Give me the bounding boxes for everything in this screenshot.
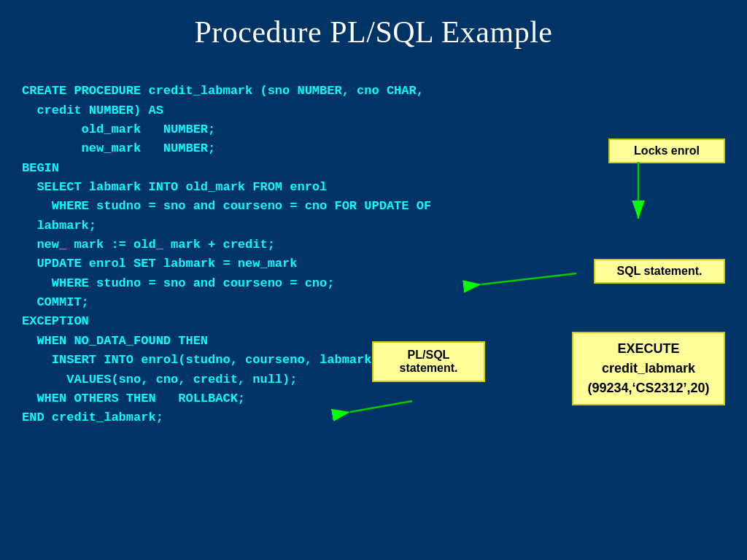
code-line-7: WHERE studno = sno and courseno = cno FO… — [22, 199, 431, 213]
code-line-1: CREATE PROCEDURE credit_labmark (sno NUM… — [22, 84, 424, 98]
plsql-statement-annotation: PL/SQLstatement. — [372, 341, 485, 382]
code-line-17: WHEN OTHERS THEN ROLLBACK; — [22, 392, 245, 405]
code-line-18: END credit_labmark; — [22, 411, 163, 424]
code-line-12: COMMIT; — [22, 295, 89, 309]
execute-annotation: EXECUTEcredit_labmark(99234,‘CS2312’,20) — [572, 332, 725, 405]
code-line-5: BEGIN — [22, 161, 59, 175]
code-line-10: UPDATE enrol SET labmark = new_mark — [22, 257, 297, 271]
code-line-14: WHEN NO_DATA_FOUND THEN — [22, 334, 208, 348]
code-line-9: new_ mark := old_ mark + credit; — [22, 238, 275, 252]
slide-title: Procedure PL/SQL Example — [22, 15, 725, 50]
slide: Procedure PL/SQL Example CREATE PROCEDUR… — [0, 0, 747, 560]
sql-statement-annotation: SQL statement. — [594, 259, 725, 284]
code-line-11: WHERE studno = sno and courseno = cno; — [22, 276, 334, 290]
code-line-8: labmark; — [22, 219, 96, 233]
code-line-2: credit NUMBER) AS — [22, 104, 163, 117]
locks-enrol-annotation: Locks enrol — [608, 139, 725, 163]
code-line-16: VALUES(sno, cno, credit, null); — [22, 373, 297, 386]
code-line-13: EXCEPTION — [22, 314, 89, 328]
code-line-3: old_mark NUMBER; — [22, 122, 215, 136]
code-line-6: SELECT labmark INTO old_mark FROM enrol — [22, 180, 327, 194]
code-line-4: new_mark NUMBER; — [22, 141, 215, 155]
